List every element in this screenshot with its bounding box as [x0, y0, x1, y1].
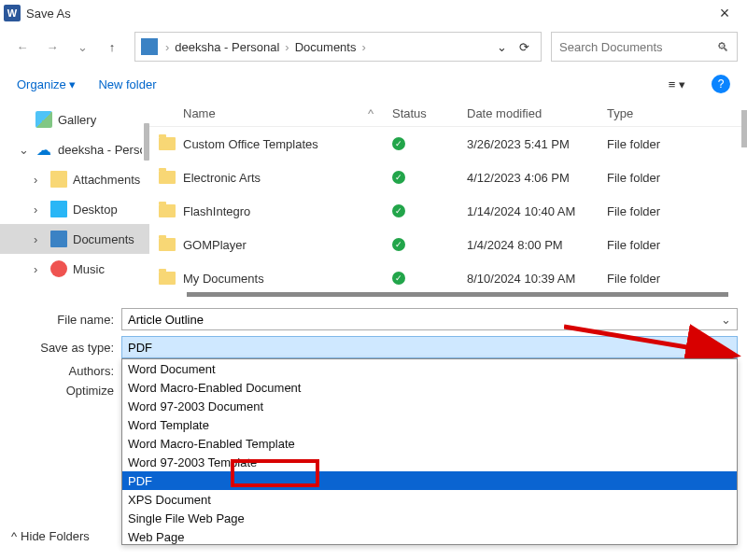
type-option[interactable]: Single File Web Page [122, 509, 737, 527]
collapse-icon[interactable]: ⌄ [19, 143, 30, 157]
window-title: Save As [26, 7, 71, 21]
music-icon [50, 260, 67, 277]
sidebar-item-music[interactable]: › Music [0, 254, 149, 284]
column-header-date[interactable]: Date modified [467, 106, 607, 120]
status-synced-icon: ✓ [392, 238, 405, 251]
chevron-up-icon: ^ [11, 529, 17, 543]
sidebar-item-label: Desktop [73, 203, 118, 217]
file-date: 1/4/2024 8:00 PM [467, 238, 607, 252]
folder-icon [159, 272, 176, 285]
column-header-name[interactable]: Name^ [149, 106, 392, 120]
file-name: My Documents [183, 272, 264, 286]
table-row[interactable]: My Documents✓8/10/2024 10:39 AMFile fold… [149, 261, 747, 295]
save-as-type-dropdown[interactable]: Word DocumentWord Macro-Enabled Document… [121, 358, 738, 545]
forward-button[interactable]: → [39, 34, 65, 60]
up-button[interactable]: ↑ [99, 34, 125, 60]
desktop-icon [50, 201, 67, 217]
filename-field[interactable]: Article Outline ⌄ [121, 308, 738, 330]
gallery-icon [35, 111, 52, 128]
organize-button[interactable]: Organize ▾ [17, 77, 76, 91]
file-type: File folder [607, 137, 747, 151]
chevron-right-icon: › [283, 40, 290, 54]
sidebar-item-documents[interactable]: › Documents [0, 224, 149, 254]
recent-dropdown-icon[interactable]: ⌄ [69, 34, 95, 60]
folder-icon [159, 137, 176, 150]
file-type: File folder [607, 171, 747, 185]
file-type: File folder [607, 238, 747, 252]
breadcrumb[interactable]: › deeksha - Personal › Documents › ⌄ ⟳ [134, 32, 542, 62]
path-dropdown-icon[interactable]: ⌄ [490, 40, 513, 54]
sidebar-item-gallery[interactable]: Gallery [0, 105, 149, 134]
file-name: FlashIntegro [183, 204, 250, 218]
save-as-type-value: PDF [128, 341, 152, 355]
back-button[interactable]: ← [9, 34, 35, 60]
hide-folders-button[interactable]: ^ Hide Folders [11, 529, 90, 543]
location-icon [141, 38, 158, 55]
sort-asc-icon: ^ [368, 106, 374, 120]
sidebar-item-desktop[interactable]: › Desktop [0, 194, 149, 224]
status-synced-icon: ✓ [392, 272, 405, 285]
save-as-type-dropdown-icon[interactable]: ⌄ [721, 341, 731, 355]
column-header-status[interactable]: Status [392, 106, 467, 120]
breadcrumb-item[interactable]: Documents [291, 40, 360, 54]
search-input[interactable]: 🔍︎ [551, 32, 738, 62]
expand-icon[interactable]: › [34, 203, 45, 217]
column-header-type[interactable]: Type [607, 106, 747, 120]
filelist-scrollbar[interactable] [741, 110, 747, 147]
breadcrumb-item[interactable]: deeksha - Personal [171, 40, 283, 54]
table-row[interactable]: FlashIntegro✓1/14/2024 10:40 AMFile fold… [149, 194, 747, 228]
sidebar-item-attachments[interactable]: › Attachments [0, 164, 149, 194]
word-app-icon: W [4, 5, 21, 21]
status-synced-icon: ✓ [392, 171, 405, 184]
file-name: Electronic Arts [183, 171, 261, 185]
file-type: File folder [607, 204, 747, 218]
sidebar-item-label: Attachments [73, 173, 140, 187]
table-row[interactable]: Electronic Arts✓4/12/2023 4:06 PMFile fo… [149, 161, 747, 194]
filename-label: File name: [9, 313, 121, 327]
sidebar-item-onedrive[interactable]: ⌄☁ deeksha - Personal [0, 134, 149, 164]
refresh-icon[interactable]: ⟳ [513, 40, 535, 54]
save-as-type-field[interactable]: PDF ⌄ [121, 336, 738, 358]
close-icon[interactable]: × [706, 4, 743, 23]
chevron-right-icon: › [163, 40, 171, 54]
optimize-label: Optimize [9, 384, 121, 398]
type-option[interactable]: PDF [122, 471, 737, 490]
folder-icon [159, 238, 176, 251]
search-field[interactable] [559, 40, 717, 54]
folder-icon [159, 171, 176, 184]
type-option[interactable]: Word 97-2003 Template [122, 453, 737, 471]
expand-icon[interactable]: › [34, 262, 45, 276]
authors-label: Authors: [9, 364, 121, 378]
folder-icon [159, 204, 176, 217]
type-option[interactable]: Word 97-2003 Document [122, 397, 737, 415]
hide-folders-label: Hide Folders [21, 529, 90, 543]
table-row[interactable]: Custom Office Templates✓3/26/2023 5:41 P… [149, 127, 747, 161]
help-icon[interactable]: ? [712, 75, 730, 93]
search-icon[interactable]: 🔍︎ [717, 40, 729, 54]
expand-icon[interactable]: › [34, 232, 45, 246]
sidebar-item-label: Music [73, 262, 105, 276]
file-date: 1/14/2024 10:40 AM [467, 204, 607, 218]
column-headers: Name^ Status Date modified Type [149, 101, 747, 127]
new-folder-button[interactable]: New folder [98, 77, 156, 91]
file-date: 4/12/2023 4:06 PM [467, 171, 607, 185]
filename-value: Article Outline [128, 313, 204, 327]
type-option[interactable]: Word Document [122, 359, 737, 378]
documents-icon [50, 231, 67, 247]
sidebar: Gallery ⌄☁ deeksha - Personal › Attachme… [0, 101, 149, 297]
type-option[interactable]: Word Template [122, 415, 737, 434]
chevron-right-icon: › [359, 40, 367, 54]
filename-dropdown-icon[interactable]: ⌄ [721, 313, 731, 327]
view-mode-button[interactable]: ≡ ▾ [665, 77, 689, 91]
file-date: 3/26/2023 5:41 PM [467, 137, 607, 151]
file-date: 8/10/2024 10:39 AM [467, 272, 607, 286]
expand-icon[interactable]: › [34, 173, 45, 187]
status-synced-icon: ✓ [392, 204, 405, 217]
type-option[interactable]: Word Macro-Enabled Document [122, 378, 737, 397]
type-option[interactable]: Web Page [122, 527, 737, 545]
file-name: GOMPlayer [183, 238, 247, 252]
type-option[interactable]: Word Macro-Enabled Template [122, 434, 737, 453]
table-row[interactable]: GOMPlayer✓1/4/2024 8:00 PMFile folder [149, 228, 747, 261]
type-option[interactable]: XPS Document [122, 490, 737, 509]
sidebar-item-label: deeksha - Personal [58, 143, 142, 157]
